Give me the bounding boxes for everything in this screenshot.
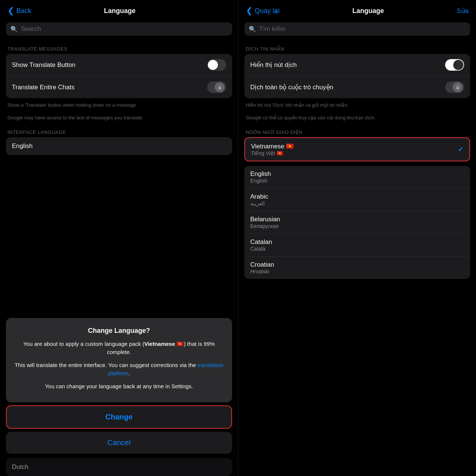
show-translate-label: Show Translate Button — [12, 61, 75, 69]
search-input-right[interactable] — [259, 25, 466, 33]
modal-text-2-pre: This will translate the entire interface… — [15, 362, 197, 368]
show-translate-row[interactable]: Show Translate Button — [6, 54, 232, 76]
right-panel: ❮ Quay lại Language Sửa 🔍 DỊCH TIN NHẮN … — [238, 0, 476, 476]
right-translate-header: DỊCH TIN NHẮN — [238, 42, 476, 54]
back-label-right: Quay lại — [255, 7, 280, 15]
translate-description-2: Google may have access to the text of me… — [0, 112, 238, 125]
modal-body-3: You can change your language back at any… — [13, 382, 225, 391]
right-show-translate-row[interactable]: Hiển thị nút dịch — [244, 54, 470, 76]
toggle-knob — [208, 60, 218, 70]
language-list-group: English English Arabic العربية Belarusia… — [244, 166, 470, 279]
right-nav-bar: ❮ Quay lại Language Sửa — [238, 0, 476, 19]
lang-main: Belarusian — [250, 216, 280, 223]
modal-text-2-post: . — [128, 370, 130, 376]
lang-text-group: Catalan Català — [250, 238, 272, 252]
lang-sub: Català — [250, 246, 272, 252]
change-button[interactable]: Change — [6, 405, 232, 429]
lang-text-group: Croatian Hrvatski — [250, 261, 274, 274]
right-desc-1: Hiển thị nút 'Dịch' khi nhấn và giữ một … — [238, 100, 476, 112]
back-button-left[interactable]: ❮ Back — [7, 6, 31, 16]
right-scroll-area: DỊCH TIN NHẮN Hiển thị nút dịch Dịch toà… — [238, 42, 476, 476]
left-search-bar[interactable]: 🔍 — [6, 22, 232, 36]
modal-title: Change Language? — [13, 327, 225, 335]
modal-body-2: This will translate the entire interface… — [13, 361, 225, 378]
vietnamese-sub: Tiếng Việt 🇻🇳 — [251, 150, 294, 156]
show-translate-toggle[interactable] — [207, 59, 226, 71]
language-row[interactable]: Croatian Hrvatski — [244, 257, 470, 279]
dutch-row: Dutch — [6, 458, 232, 476]
translate-chats-row[interactable]: Translate Entire Chats — [6, 76, 232, 98]
modal-body-1: You are about to apply a custom language… — [13, 340, 225, 357]
translate-section-header: TRANSLATE MESSAGES — [0, 42, 238, 54]
lock-knob — [215, 82, 225, 92]
dutch-label: Dutch — [12, 463, 28, 471]
interface-language-row[interactable]: English — [6, 137, 232, 155]
lang-main: English — [250, 170, 271, 178]
interface-language-group: English — [6, 137, 232, 155]
lang-main: Arabic — [250, 193, 268, 200]
modal-highlight: Vietnamese 🇻🇳 — [144, 341, 184, 347]
search-icon-left: 🔍 — [10, 26, 18, 33]
lang-text-group: English English — [250, 170, 271, 184]
lang-main: Croatian — [250, 261, 274, 268]
right-interface-header: NGÔN NGỮ GIAO DIỆN — [238, 125, 476, 137]
change-language-modal: Change Language? You are about to apply … — [6, 318, 232, 403]
right-translate-chats-toggle[interactable] — [445, 81, 464, 93]
translate-chats-toggle[interactable] — [207, 81, 226, 93]
language-row[interactable]: Arabic العربية — [244, 189, 470, 211]
right-translate-chats-row[interactable]: Dịch toàn bộ cuộc trò chuyện — [244, 76, 470, 98]
language-row[interactable]: Belarusian Беларуская — [244, 211, 470, 234]
vietnamese-text-group: Vietnamese 🇻🇳 Tiếng Việt 🇻🇳 — [251, 142, 294, 156]
partial-dutch-item[interactable]: Dutch — [6, 458, 232, 476]
lang-sub: English — [250, 178, 271, 184]
language-row[interactable]: English English — [244, 166, 470, 189]
right-translate-group: Hiển thị nút dịch Dịch toàn bộ cuộc trò … — [244, 54, 470, 98]
left-panel: ❮ Back Language 🔍 TRANSLATE MESSAGES Sho… — [0, 0, 238, 476]
svg-rect-0 — [218, 87, 221, 89]
interface-language-header: INTERFACE LANGUAGE — [0, 125, 238, 137]
right-lock-knob — [453, 82, 463, 92]
back-button-right[interactable]: ❮ Quay lại — [246, 6, 280, 16]
translate-settings-group: Show Translate Button Translate Entire C… — [6, 54, 232, 98]
lang-sub: Hrvatski — [250, 268, 274, 274]
lang-text-group: Arabic العربية — [250, 193, 268, 206]
translate-chats-label: Translate Entire Chats — [12, 84, 75, 91]
translate-description-1: Show a 'Translate' button when holding d… — [0, 100, 238, 112]
left-nav-bar: ❮ Back Language — [0, 0, 238, 19]
lang-main: Catalan — [250, 238, 272, 246]
lang-text-group: Belarusian Беларуская — [250, 216, 280, 229]
cancel-button-label: Cancel — [107, 438, 131, 447]
right-desc-2: Google có thể có quyền truy cập vào nội … — [238, 112, 476, 125]
lang-sub: العربية — [250, 200, 268, 206]
right-search-bar[interactable]: 🔍 — [244, 22, 470, 36]
lang-sub: Беларуская — [250, 223, 280, 229]
svg-rect-1 — [456, 87, 459, 89]
interface-language-label: English — [12, 142, 33, 150]
vietnamese-main: Vietnamese 🇻🇳 — [251, 142, 294, 150]
search-icon-right: 🔍 — [249, 26, 256, 33]
right-translate-chats-label: Dịch toàn bộ cuộc trò chuyện — [250, 83, 333, 91]
cancel-button[interactable]: Cancel — [6, 432, 232, 454]
chevron-left-icon-right: ❮ — [246, 6, 253, 16]
change-button-label: Change — [105, 413, 132, 421]
search-input-left[interactable] — [21, 25, 228, 33]
left-nav-title: Language — [104, 7, 136, 15]
modal-overlay: Change Language? You are about to apply … — [0, 318, 238, 476]
right-show-translate-label: Hiển thị nút dịch — [250, 61, 297, 69]
checkmark-icon: ✓ — [458, 145, 463, 154]
language-row[interactable]: Catalan Català — [244, 234, 470, 257]
right-nav-title: Language — [353, 7, 384, 15]
right-show-translate-toggle[interactable] — [445, 59, 464, 71]
edit-button-right[interactable]: Sửa — [457, 7, 469, 15]
right-toggle-knob — [453, 60, 463, 70]
back-label-left: Back — [16, 7, 31, 15]
chevron-left-icon: ❮ — [7, 6, 14, 16]
modal-text-1: You are about to apply a custom language… — [23, 341, 215, 356]
vietnamese-selected-row[interactable]: Vietnamese 🇻🇳 Tiếng Việt 🇻🇳 ✓ — [244, 137, 470, 161]
